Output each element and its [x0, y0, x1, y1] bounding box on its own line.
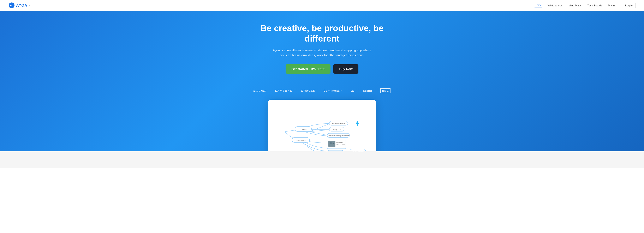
login-button[interactable]: Log In: [622, 3, 636, 8]
logo-bbc: BBC: [380, 88, 390, 93]
hero-buttons: Get started – it's FREE Buy Now: [254, 64, 390, 74]
node-top-banner: Top banner: [299, 128, 308, 130]
nav-task-boards[interactable]: Task Boards: [588, 4, 602, 7]
nav-home[interactable]: Home: [534, 3, 542, 7]
logo-oracle: ORACLE: [301, 89, 315, 92]
logos-row: amazon SAMSUNG ORACLE Continentalᵉ ☁ aet…: [254, 88, 391, 93]
logo-samsung: SAMSUNG: [275, 89, 293, 92]
node-video-demo: Video demonstrating the product: [328, 135, 349, 137]
node-body-content: Body content: [296, 139, 306, 141]
logo-salesforce: ☁: [350, 88, 355, 93]
nav-links: Home Whiteboards Mind Maps Task Boards P…: [534, 3, 636, 8]
svg-text:A: A: [10, 4, 12, 7]
svg-rect-13: [328, 141, 335, 147]
svg-point-14: [330, 142, 332, 144]
nav-whiteboards[interactable]: Whiteboards: [548, 4, 563, 7]
logo-amazon: amazon: [254, 88, 267, 93]
nav-mind-maps[interactable]: Mind Maps: [568, 4, 582, 7]
mindmap-card: Top banner Body content Impactful headli…: [268, 100, 376, 151]
svg-rect-16: [327, 150, 344, 151]
svg-rect-2: [268, 100, 376, 151]
node-overview-1: Present an: [336, 142, 342, 143]
ayoa-logo-icon: A: [8, 2, 15, 9]
cta-buy-button[interactable]: Buy Now: [334, 64, 358, 74]
logo-aetna: aetna: [363, 89, 372, 92]
node-impactful-headline: Impactful headline: [332, 123, 345, 124]
svg-point-15: [332, 143, 334, 144]
node-overview-3: company: [336, 145, 342, 147]
logo-continental: Continentalᵉ: [324, 89, 342, 92]
cta-free-button[interactable]: Get started – it's FREE: [286, 64, 330, 74]
hero-subtitle: Ayoa is a fun all-in-one online whiteboa…: [254, 48, 390, 58]
hero-title: Be creative, be productive, be different: [254, 23, 390, 44]
navbar: A AYOA AI Home Whiteboards Mind Maps Tas…: [0, 0, 644, 11]
below-hero-section: [0, 151, 644, 168]
hero-content: Be creative, be productive, be different…: [250, 11, 394, 88]
logo-trademark: AI: [28, 4, 30, 6]
node-overview-2: overview of the: [336, 144, 345, 145]
node-review-copy: Review the copy: [352, 151, 364, 151]
logo-text: AYOA: [16, 3, 27, 8]
mindmap-svg: Top banner Body content Impactful headli…: [268, 100, 376, 151]
node-strong-cta: Strong CTA: [333, 129, 341, 130]
nav-pricing[interactable]: Pricing: [608, 4, 616, 7]
logo[interactable]: A AYOA AI: [8, 2, 30, 9]
hero-section: Be creative, be productive, be different…: [0, 0, 644, 151]
